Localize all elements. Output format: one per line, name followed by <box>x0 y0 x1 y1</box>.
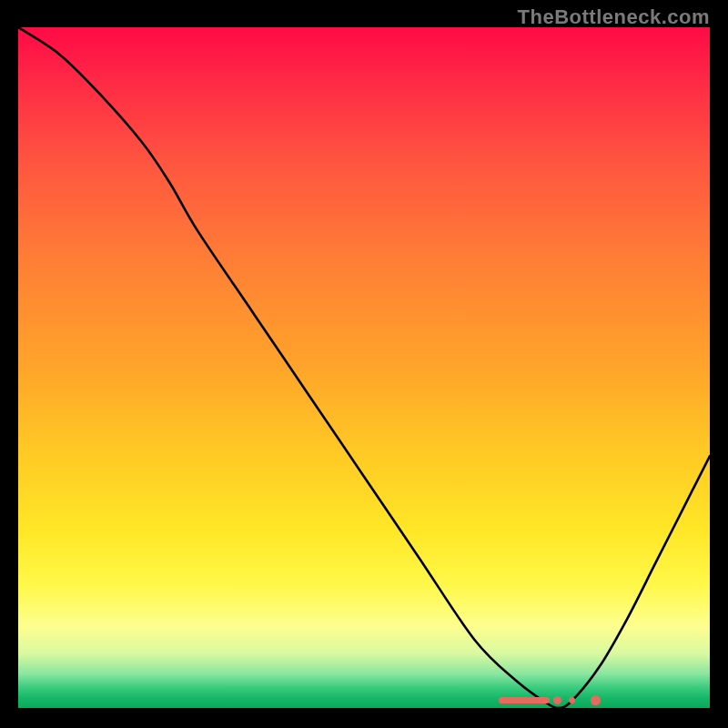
markers-layer <box>18 27 710 708</box>
marker-dot <box>569 697 575 703</box>
watermark-text: TheBottleneck.com <box>518 5 710 29</box>
marker-dot <box>591 695 601 705</box>
chart-root: TheBottleneck.com <box>0 0 728 728</box>
marker-dash <box>499 697 550 703</box>
plot-area <box>18 27 710 708</box>
marker-dot <box>553 696 561 704</box>
